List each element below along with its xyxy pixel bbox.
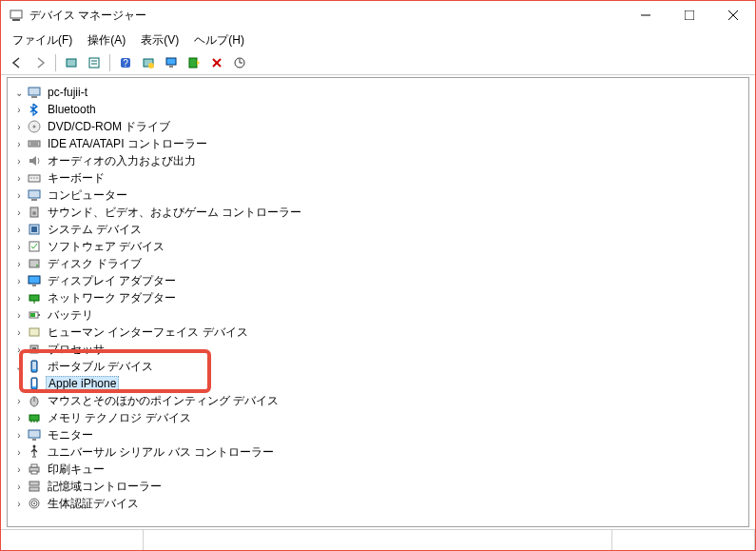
uninstall-button[interactable]: [206, 52, 227, 73]
computer-icon: [27, 187, 42, 203]
tree-node[interactable]: › メモリ テクノロジ デバイス: [11, 409, 745, 426]
svg-rect-41: [32, 285, 36, 286]
chevron-down-icon[interactable]: ⌄: [11, 85, 27, 100]
tree-node[interactable]: › サウンド、ビデオ、およびゲーム コントローラー: [11, 204, 745, 221]
tree-node[interactable]: › ヒューマン インターフェイス デバイス: [11, 324, 745, 341]
keyboard-icon: [27, 170, 42, 186]
menubar: ファイル(F) 操作(A) 表示(V) ヘルプ(H): [1, 30, 755, 50]
separator: [55, 54, 56, 71]
tree-node[interactable]: › プロセッサ: [11, 341, 745, 358]
tree-leaf[interactable]: Apple iPhone: [11, 375, 745, 392]
monitor-button[interactable]: [161, 52, 182, 73]
svg-point-34: [32, 211, 36, 215]
chevron-right-icon[interactable]: ›: [11, 256, 27, 271]
menu-help[interactable]: ヘルプ(H): [188, 30, 250, 50]
cpu-icon: [27, 342, 42, 357]
tree-node[interactable]: › 記憶域コントローラー: [11, 478, 745, 495]
chevron-right-icon[interactable]: ›: [11, 153, 27, 168]
node-label: ヒューマン インターフェイス デバイス: [46, 325, 250, 341]
chevron-right-icon[interactable]: ›: [11, 273, 27, 288]
separator: [109, 54, 110, 71]
svg-point-70: [33, 502, 35, 504]
properties-button[interactable]: [84, 52, 105, 73]
tree-node[interactable]: › ソフトウェア デバイス: [11, 238, 745, 255]
phone-icon: [27, 376, 42, 391]
forward-button[interactable]: [29, 52, 50, 73]
chevron-down-icon[interactable]: ⌄: [11, 359, 27, 374]
chevron-right-icon[interactable]: ›: [11, 444, 27, 460]
svg-point-62: [33, 445, 36, 448]
tree-node[interactable]: › コンピューター: [11, 187, 745, 204]
tree-node[interactable]: › ディスプレイ アダプター: [11, 272, 745, 289]
chevron-right-icon[interactable]: ›: [11, 136, 27, 151]
tree-node[interactable]: ⌄ ポータブル デバイス: [11, 358, 745, 375]
chevron-right-icon[interactable]: ›: [11, 342, 27, 357]
svg-rect-21: [31, 96, 37, 98]
status-cell: [612, 530, 755, 550]
chevron-right-icon[interactable]: ›: [11, 462, 27, 477]
tree-root-node[interactable]: ⌄ pc-fujii-t: [11, 84, 745, 101]
svg-rect-66: [29, 482, 39, 485]
tree-node[interactable]: › キーボード: [11, 169, 745, 187]
node-label: サウンド、ビデオ、およびゲーム コントローラー: [46, 205, 303, 221]
chevron-right-icon[interactable]: ›: [11, 496, 27, 511]
chevron-right-icon[interactable]: ›: [11, 290, 27, 305]
close-button[interactable]: [711, 1, 755, 30]
node-label: オーディオの入力および出力: [46, 153, 198, 169]
device-tree[interactable]: ⌄ pc-fujii-t › Bluetooth › DVD/CD-ROM ドラ…: [7, 77, 749, 527]
svg-rect-1: [12, 19, 20, 21]
tree-node[interactable]: › Bluetooth: [11, 101, 745, 118]
chevron-right-icon[interactable]: ›: [11, 410, 27, 425]
chevron-right-icon[interactable]: ›: [11, 239, 27, 254]
menu-view[interactable]: 表示(V): [135, 30, 184, 50]
tree-node[interactable]: › システム デバイス: [11, 221, 745, 238]
tree-node[interactable]: › オーディオの入力および出力: [11, 152, 745, 169]
chevron-right-icon[interactable]: ›: [11, 427, 27, 443]
tree-node[interactable]: › DVD/CD-ROM ドライブ: [11, 118, 745, 135]
svg-rect-32: [31, 199, 37, 201]
chevron-right-icon[interactable]: ›: [11, 222, 27, 237]
device-manager-window: デバイス マネージャー ファイル(F) 操作(A) 表示(V) ヘルプ(H) ?…: [0, 0, 756, 551]
tree-node[interactable]: › マウスとそのほかのポインティング デバイス: [11, 392, 745, 409]
menu-file[interactable]: ファイル(F): [7, 30, 78, 50]
update-driver-button[interactable]: [184, 52, 204, 73]
tree-node[interactable]: › 生体認証デバイス: [11, 495, 745, 512]
chevron-right-icon[interactable]: ›: [11, 170, 27, 186]
chevron-right-icon[interactable]: ›: [11, 307, 27, 323]
back-button[interactable]: [7, 52, 28, 73]
node-label: コンピューター: [46, 187, 129, 204]
node-label: ディスク ドライブ: [46, 256, 144, 272]
tree-node[interactable]: › バッテリ: [11, 306, 745, 324]
scan-button[interactable]: [229, 52, 250, 73]
tree-node[interactable]: › IDE ATA/ATAPI コントローラー: [11, 135, 745, 152]
menu-action[interactable]: 操作(A): [82, 30, 131, 50]
svg-rect-65: [31, 471, 37, 474]
svg-rect-45: [38, 314, 40, 316]
chevron-right-icon[interactable]: ›: [11, 325, 27, 340]
svg-rect-31: [29, 190, 40, 198]
svg-point-29: [33, 177, 34, 178]
ide-icon: [27, 136, 42, 151]
help-button[interactable]: ?: [115, 52, 136, 73]
tree-node[interactable]: › ユニバーサル シリアル バス コントローラー: [11, 443, 745, 461]
chevron-right-icon[interactable]: ›: [11, 187, 27, 203]
chevron-right-icon[interactable]: ›: [11, 479, 27, 494]
node-label: メモリ テクノロジ デバイス: [46, 410, 193, 426]
tree-node[interactable]: › モニター: [11, 426, 745, 443]
tree-node[interactable]: › ネットワーク アダプター: [11, 289, 745, 306]
tree-node[interactable]: › ディスク ドライブ: [11, 255, 745, 272]
chevron-right-icon[interactable]: ›: [11, 205, 27, 220]
node-label: ポータブル デバイス: [46, 359, 155, 375]
minimize-button[interactable]: [624, 1, 668, 30]
tree-node[interactable]: › 印刷キュー: [11, 461, 745, 478]
chevron-right-icon[interactable]: ›: [11, 102, 27, 117]
software-icon: [27, 239, 42, 254]
chevron-right-icon[interactable]: ›: [11, 119, 27, 134]
show-hidden-button[interactable]: [61, 52, 82, 73]
maximize-button[interactable]: [668, 1, 711, 30]
refresh-button[interactable]: [138, 52, 159, 73]
status-cell: [144, 530, 612, 550]
svg-point-39: [36, 265, 38, 266]
chevron-right-icon[interactable]: ›: [11, 393, 27, 408]
toolbar: ?: [1, 50, 755, 75]
